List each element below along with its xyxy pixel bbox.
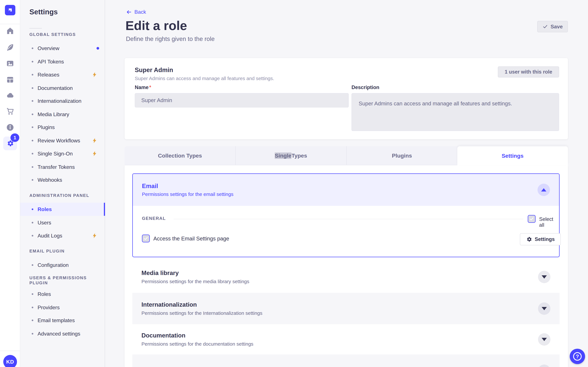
bullet-icon <box>32 222 33 224</box>
lightning-icon <box>92 233 97 239</box>
sidebar-item-single-sign-on[interactable]: Single Sign-On <box>20 147 105 160</box>
sidebar-item-email-templates[interactable]: Email templates <box>20 314 105 327</box>
app-icon-rail: 1 KD <box>0 0 20 367</box>
notification-dot-icon <box>96 47 99 50</box>
info-icon[interactable] <box>6 123 15 132</box>
section-email-plugin: EMAIL PLUGIN <box>29 248 65 254</box>
sidebar-item-configuration[interactable]: Configuration <box>20 259 105 272</box>
bullet-icon <box>32 235 33 236</box>
save-button[interactable]: Save <box>537 21 568 32</box>
sidebar-item-webhooks[interactable]: Webhooks <box>20 173 105 186</box>
settings-sidebar: Settings GLOBAL SETTINGS Overview API To… <box>20 0 105 367</box>
sidebar-item-providers[interactable]: Providers <box>20 301 105 314</box>
sidebar-item-overview[interactable]: Overview <box>20 42 105 55</box>
strapi-logo[interactable] <box>5 5 15 15</box>
email-header-text: Email Permissions settings for the email… <box>142 183 233 197</box>
help-button[interactable]: ? <box>570 349 585 364</box>
expand-button[interactable] <box>538 271 550 283</box>
sidebar-item-api-tokens[interactable]: API Tokens <box>20 55 105 68</box>
bullet-icon <box>32 114 33 115</box>
chevron-up-icon <box>541 188 546 192</box>
name-field-label: Name* <box>135 84 151 90</box>
role-name-heading: Super Admin <box>135 67 173 74</box>
content-manager-icon[interactable] <box>6 75 15 84</box>
expand-button[interactable] <box>538 302 550 315</box>
check-icon <box>542 24 548 29</box>
sidebar-item-transfer-tokens[interactable]: Transfer Tokens <box>20 160 105 174</box>
section-divider <box>174 219 523 219</box>
bullet-icon <box>32 87 33 89</box>
tab-plugins[interactable]: Plugins <box>346 146 457 165</box>
sidebar-item-users[interactable]: Users <box>20 216 105 229</box>
page-title: Edit a role <box>125 18 187 33</box>
expand-button[interactable] <box>538 365 550 367</box>
bullet-icon <box>32 140 33 142</box>
collapse-button[interactable] <box>537 184 550 196</box>
back-link[interactable]: Back <box>126 9 146 15</box>
email-accordion-subtitle: Permissions settings for the email setti… <box>142 192 233 197</box>
sidebar-divider <box>29 28 42 29</box>
email-accordion-header[interactable]: Email Permissions settings for the email… <box>133 174 559 206</box>
accordion-text: Media library Permissions settings for t… <box>141 270 249 284</box>
cloud-icon[interactable] <box>6 91 15 100</box>
sidebar-item-roles-admin[interactable]: Roles <box>20 203 105 216</box>
email-settings-button[interactable]: Settings <box>520 233 561 245</box>
tab-collection-types[interactable]: Collection Types <box>125 146 236 165</box>
tab-single-types[interactable]: Single Types <box>236 146 347 165</box>
bullet-icon <box>32 100 33 102</box>
media-library-accordion[interactable]: Media library Permissions settings for t… <box>132 261 560 293</box>
sidebar-item-advanced-settings[interactable]: Advanced settings <box>20 327 105 340</box>
settings-notification-badge: 1 <box>10 133 19 142</box>
strapi-logo-glyph <box>7 7 13 13</box>
bullet-icon <box>32 179 33 181</box>
bullet-icon <box>32 333 33 334</box>
documentation-accordion[interactable]: Documentation Permissions settings for t… <box>132 324 560 354</box>
section-users-permissions-plugin: USERS & PERMISSIONS PLUGIN <box>29 277 105 284</box>
sidebar-item-media-library[interactable]: Media Library <box>20 108 105 121</box>
content-type-builder-icon[interactable] <box>6 43 15 52</box>
chevron-down-icon <box>542 307 547 310</box>
sidebar-item-internationalization[interactable]: Internationalization <box>20 94 105 108</box>
bullet-icon <box>32 74 33 75</box>
bullet-icon <box>32 61 33 62</box>
page-subtitle: Define the rights given to the role <box>126 35 215 42</box>
sidebar-title: Settings <box>29 8 58 16</box>
check-icon <box>529 216 534 222</box>
description-field-label: Description <box>352 84 380 90</box>
role-description-text: Super Admins can access and manage all f… <box>135 76 274 81</box>
sidebar-item-releases[interactable]: Releases <box>20 68 105 81</box>
arrow-left-icon <box>126 9 132 15</box>
bullet-icon <box>32 153 33 154</box>
section-global-settings: GLOBAL SETTINGS <box>29 31 76 38</box>
bullet-icon <box>32 319 33 321</box>
description-textarea[interactable]: Super Admins can access and manage all f… <box>352 93 559 131</box>
user-avatar[interactable]: KD <box>3 355 17 367</box>
marketplace-cart-icon[interactable] <box>6 107 15 116</box>
internationalization-accordion[interactable]: Internationalization Permissions setting… <box>132 293 560 324</box>
general-section-label: GENERAL <box>142 216 166 221</box>
sidebar-item-roles-up[interactable]: Roles <box>20 288 105 300</box>
lightning-icon <box>92 151 97 157</box>
sidebar-item-documentation[interactable]: Documentation <box>20 82 105 95</box>
name-input[interactable] <box>135 93 349 108</box>
role-details-card: Super Admin Super Admins can access and … <box>125 58 568 139</box>
sidebar-item-review-workflows[interactable]: Review Workflows <box>20 134 105 147</box>
expand-button[interactable] <box>538 333 550 346</box>
sidebar-item-plugins[interactable]: Plugins <box>20 121 105 134</box>
users-with-role-button[interactable]: 1 user with this role <box>498 67 559 77</box>
rail-bottom-divider <box>0 351 20 351</box>
home-icon[interactable] <box>6 26 15 35</box>
access-email-settings-checkbox[interactable] <box>142 234 150 242</box>
bullet-icon <box>32 166 33 168</box>
tab-settings[interactable]: Settings <box>457 146 568 165</box>
permissions-tabs: Collection Types Single Types Plugins Se… <box>125 146 568 165</box>
bullet-icon <box>32 126 33 128</box>
sidebar-item-audit-logs[interactable]: Audit Logs <box>20 229 105 242</box>
media-library-icon[interactable] <box>6 59 15 68</box>
access-email-settings-label: Access the Email Settings page <box>153 235 229 242</box>
bullet-icon <box>32 48 33 49</box>
select-all-checkbox[interactable] <box>528 215 536 223</box>
rail-divider <box>0 24 20 24</box>
gear-icon <box>526 236 532 242</box>
plugins-marketplace-accordion[interactable]: Plugins and marketplace <box>132 354 560 367</box>
